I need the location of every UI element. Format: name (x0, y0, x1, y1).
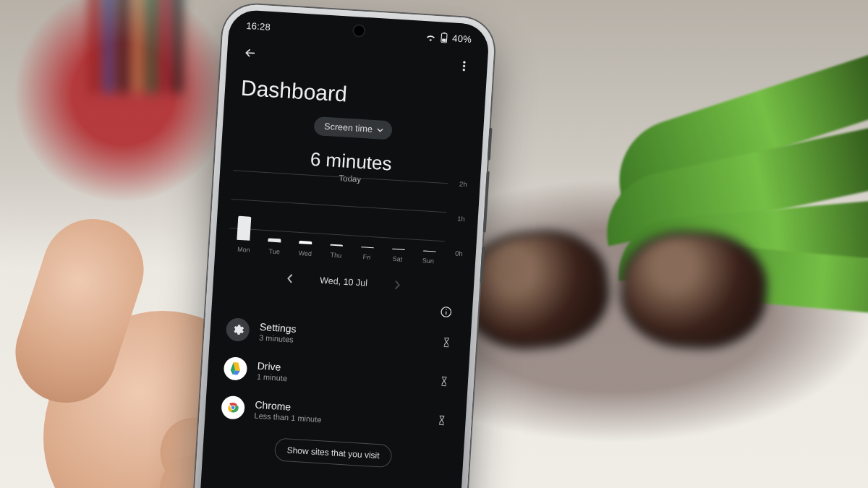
y-tick: 0h (455, 249, 463, 258)
arrow-left-icon (243, 46, 258, 61)
chart-bar[interactable] (422, 250, 435, 252)
back-button[interactable] (237, 39, 264, 67)
battery-icon (441, 32, 448, 43)
chrome-app-icon (221, 395, 245, 420)
chart-bar[interactable] (237, 215, 252, 240)
battery-percent: 40% (452, 33, 472, 45)
drive-app-icon (224, 356, 248, 381)
screen: 16:28 40% Dashboard (196, 9, 490, 488)
chevron-right-icon (391, 280, 402, 291)
timer-button[interactable] (435, 373, 452, 390)
timer-button[interactable] (438, 334, 455, 351)
phone: 16:28 40% Dashboard (191, 3, 485, 488)
svg-point-8 (446, 309, 447, 310)
chart-bar[interactable] (299, 241, 312, 244)
chart-bar[interactable] (361, 247, 374, 249)
x-tick: Tue (259, 247, 290, 257)
date-label: Wed, 10 Jul (320, 275, 368, 288)
x-tick: Wed (289, 249, 320, 258)
overflow-button[interactable] (451, 52, 478, 80)
timer-button[interactable] (433, 412, 450, 429)
y-tick: 2h (459, 180, 467, 189)
next-day-button[interactable] (388, 277, 405, 294)
x-tick: Fri (351, 252, 382, 262)
usage-chart[interactable]: MonTueWedThuFriSatSun 0h1h2h (228, 181, 466, 265)
hourglass-icon (438, 375, 450, 388)
hourglass-icon (435, 414, 448, 427)
x-tick: Sat (382, 254, 413, 264)
y-tick: 1h (457, 215, 465, 223)
info-button[interactable] (435, 301, 457, 323)
svg-point-3 (464, 61, 466, 64)
wifi-icon (425, 33, 437, 42)
show-sites-button[interactable]: Show sites that you visit (274, 437, 393, 468)
chart-bar[interactable] (392, 248, 405, 250)
chart-bar[interactable] (330, 244, 343, 247)
chevron-left-icon (285, 273, 296, 284)
photo-background: 16:28 40% Dashboard (0, 0, 868, 488)
settings-app-icon (226, 317, 250, 342)
app-usage-list: Settings3 minutesDrive1 minuteChromeLess… (205, 308, 472, 441)
hourglass-icon (441, 336, 453, 348)
status-time: 16:28 (246, 20, 271, 33)
svg-rect-1 (443, 33, 446, 34)
svg-point-5 (463, 69, 465, 71)
metric-chip-label: Screen time (324, 121, 373, 134)
x-tick: Sun (412, 257, 443, 266)
svg-rect-2 (442, 38, 446, 41)
info-icon (439, 305, 453, 319)
more-vert-icon (457, 59, 471, 73)
prev-day-button[interactable] (282, 270, 299, 287)
svg-point-4 (463, 65, 465, 67)
chart-bar[interactable] (268, 238, 281, 242)
chevron-down-icon (377, 127, 384, 134)
x-tick: Mon (228, 245, 259, 254)
x-tick: Thu (320, 251, 352, 260)
metric-chip[interactable]: Screen time (314, 116, 393, 140)
